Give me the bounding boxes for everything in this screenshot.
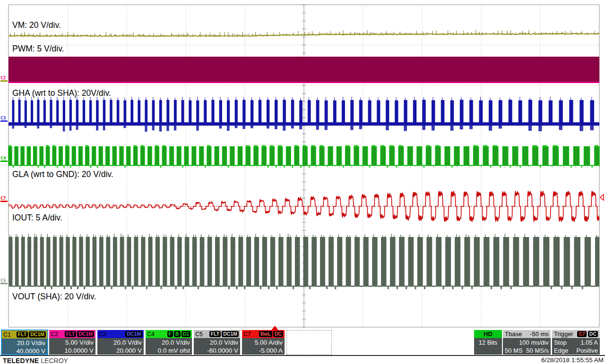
oscilloscope-screen: VM: 20 V/div. PWM: 5 V/div. GHA (wrt to … — [0, 0, 605, 364]
vdiv-value: 20.0 V/div — [147, 339, 190, 347]
filter-badge[interactable]: B — [174, 331, 181, 337]
marker-label: C2 — [0, 75, 6, 80]
footer-divider — [0, 355, 605, 356]
channel-id: C1 — [3, 331, 11, 338]
menu-bar-close-button[interactable] — [590, 1, 603, 4]
channel-box-c2[interactable]: C2FLTDC1M 5.00 V/div10.0000 V — [49, 330, 95, 355]
channel-zero-marker-c2[interactable]: C2 — [0, 76, 8, 82]
channel-id: C4 — [147, 331, 155, 338]
menu-bar-button[interactable] — [513, 1, 536, 4]
filter-badge[interactable]: F — [167, 331, 173, 337]
channel-zero-marker-c7[interactable]: C7 — [0, 196, 8, 202]
coupling-badge[interactable]: FLT — [17, 331, 28, 338]
vdiv-value: 20.0 V/div — [99, 339, 142, 347]
coupling-badge[interactable]: DC1M — [77, 331, 94, 337]
timebase-title: Tbase — [505, 330, 522, 338]
coupling-badge[interactable]: FLT — [209, 331, 221, 337]
channel-box-c1[interactable]: C1FLTDC1M 20.0 V/div40.0000 V — [1, 330, 48, 355]
menu-bar — [0, 0, 605, 5]
trigger-type: Edge — [554, 347, 568, 355]
menu-bar-button[interactable] — [540, 1, 557, 4]
trace-label-gla: GLA (wrt to GND): 20 V/div. — [12, 169, 113, 179]
channel-id: C7 — [243, 331, 251, 338]
trigger-box[interactable]: TriggerC7DC Stop1.05 A EdgePositive — [552, 330, 600, 355]
coupling-badge[interactable]: DC1M — [222, 331, 239, 337]
trace-label-vout: VOUT (SHA): 20 V/div. — [12, 292, 96, 302]
timebase-box[interactable]: Tbase-50 ms 100 ms/div 50 MS50 MS/s — [503, 330, 551, 355]
timebase-samples: 50 MS — [505, 347, 523, 355]
trigger-title: Trigger — [554, 330, 573, 338]
channel-box-c4[interactable]: C4FBD1 20.0 V/div0.0 mV ofst — [146, 330, 192, 355]
timestamp: 6/28/2018 1:55:55 AM — [541, 356, 604, 364]
trigger-coupling-badge[interactable]: DC — [588, 331, 598, 337]
offset-value: 0.0 mV ofst — [147, 347, 190, 355]
offset-value: 10.0000 V — [51, 347, 94, 355]
timebase-offset: -50 ms — [530, 330, 549, 338]
trigger-mode: Stop — [554, 339, 567, 347]
teledyne-lecroy-logo: TELEDYNELECROY — [3, 357, 68, 364]
offset-value: -5.000 A — [244, 347, 283, 355]
timebase-scale: 100 ms/div — [519, 339, 549, 347]
trace-label-iout: IOUT: 5 A/div. — [12, 213, 62, 223]
channel-id: C3 — [99, 331, 106, 338]
coupling-badge[interactable]: DC — [273, 331, 283, 337]
marker-label: C7 — [0, 195, 6, 201]
trigger-slope: Positive — [576, 347, 598, 355]
channel-box-c7[interactable]: C7BwLDC 5.00 A/div-5.000 A — [242, 330, 285, 355]
brand-teledyne: TELEDYNE — [3, 357, 39, 364]
trace-label-pwm: PWM: 5 V/div. — [12, 44, 64, 54]
marker-label: C5 — [0, 278, 6, 283]
adiv-value: 5.00 A/div — [244, 339, 283, 347]
vdiv-value: 5.00 V/div — [51, 339, 94, 347]
channel-box-c5[interactable]: C5FLTDC1M 20.0 V/div-60.0000 V — [194, 330, 240, 355]
channel-id: C2 — [51, 331, 58, 338]
coupling-badge[interactable]: DC1M — [125, 331, 142, 337]
trigger-level: 1.05 A — [580, 339, 598, 347]
vdiv-value: 20.0 V/div — [196, 339, 238, 347]
trigger-source-badge[interactable]: C7 — [577, 331, 586, 337]
offset-value: 40.0000 V — [4, 347, 45, 355]
channel-id: C5 — [195, 331, 203, 338]
coupling-badge[interactable]: FLT — [65, 331, 76, 337]
bandwidth-badge[interactable]: BwL — [259, 331, 272, 337]
timebase-rate: 50 MS/s — [526, 347, 549, 355]
empty-descriptor-slot[interactable] — [286, 330, 332, 355]
trace-label-vm: VM: 20 V/div. — [12, 20, 61, 30]
filter-badge[interactable]: D1 — [182, 331, 190, 337]
brand-lecroy: LECROY — [41, 357, 68, 364]
channel-zero-marker-c4[interactable]: C4 — [0, 156, 8, 162]
waveform-plot-area[interactable] — [0, 0, 605, 333]
trace-label-gha: GHA (wrt to SHA): 20V/div. — [12, 88, 111, 98]
offset-value: -60.0000 V — [196, 347, 238, 355]
vdiv-value: 20.0 V/div — [4, 339, 45, 347]
hd-mode-title: HD — [474, 330, 502, 338]
coupling-badge[interactable]: DC1M — [29, 331, 46, 338]
offset-value: 20.000 V — [99, 347, 142, 355]
hd-bits: 12 Bits — [474, 338, 502, 347]
marker-label: C4 — [0, 155, 6, 161]
channel-zero-marker-c5[interactable]: C5 — [0, 278, 8, 284]
channel-box-c3[interactable]: C3DC1M 20.0 V/div20.000 V — [97, 330, 144, 355]
marker-label: C3 — [0, 115, 6, 120]
hd-mode-box[interactable]: HD 12 Bits — [474, 330, 502, 355]
channel-zero-marker-c3[interactable]: C3 — [0, 116, 8, 122]
